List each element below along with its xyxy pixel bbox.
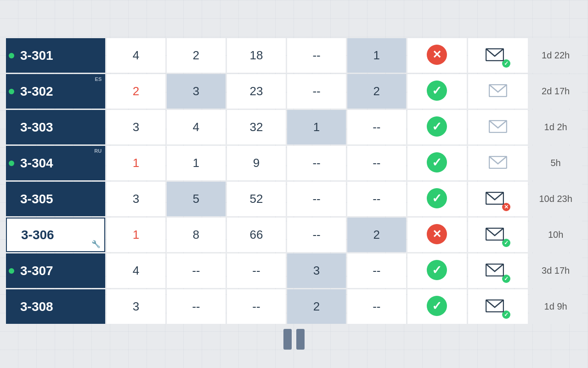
col2-cell: 3 [167,74,226,109]
mail-icon-cell[interactable] [468,110,528,144]
mail-envelope-icon [486,264,504,276]
status-icon-cell [407,74,467,109]
table-row[interactable]: 3-3074----3-- 3d 17h [6,253,582,288]
col4-cell: 1 [287,110,346,144]
room-cell[interactable]: 3-301 [6,38,105,73]
room-number: 3-306 [21,228,54,242]
status-icon-cell [407,218,467,252]
col2-cell: 4 [167,110,226,144]
col2-cell: 5 [167,182,226,216]
col4-cell: -- [287,74,346,109]
col2-cell: 8 [167,218,226,252]
room-number: 3-308 [20,299,53,314]
check-status-icon [427,80,447,101]
col5-cell: -- [347,110,406,144]
check-status-icon [427,188,447,208]
col3-cell: 9 [227,146,286,180]
mail-icon-wrap [486,228,510,241]
col4-cell: -- [287,182,346,216]
col2-cell: -- [167,289,226,324]
col5-cell: 2 [347,74,406,109]
mail-icon-cell[interactable] [468,289,528,324]
mail-icon-wrap [489,84,507,97]
room-number: 3-303 [20,120,53,134]
room-cell[interactable]: 3-304RU [6,146,105,180]
duration-cell: 5h [529,146,582,180]
col1-cell: 4 [107,253,165,288]
mail-envelope-icon [489,156,507,169]
pause-bar[interactable] [0,325,588,353]
status-icon-cell [407,110,467,144]
table-row[interactable]: 3-306🔧1866--2 10h [6,218,582,252]
col1-cell: 2 [107,74,165,109]
col3-cell: -- [227,253,286,288]
mail-icon-wrap [486,299,510,312]
room-cell[interactable]: 3-305 [6,182,105,216]
mail-envelope-icon [486,228,504,241]
room-number: 3-305 [20,192,53,206]
room-cell[interactable]: 3-303 [6,110,105,144]
mail-icon-cell[interactable] [468,74,528,109]
room-cell[interactable]: 3-306🔧 [6,218,105,252]
table-row[interactable]: 3-304RU119---- 5h [6,146,582,180]
status-dot [9,53,14,58]
col5-cell: -- [347,289,406,324]
duration-cell: 1d 9h [529,289,582,324]
check-status-icon [427,152,447,172]
col1-cell: 1 [107,218,165,252]
status-dot [9,268,14,274]
status-dot [9,161,14,166]
pause-icon-left [283,329,292,350]
mail-envelope-icon [486,299,504,312]
room-cell[interactable]: 3-307 [6,253,105,288]
status-dot [9,89,14,94]
duration-cell: 10d 23h [529,182,582,216]
col1-cell: 4 [107,38,165,73]
col4-cell: 3 [287,253,346,288]
col2-cell: 2 [167,38,226,73]
room-cell[interactable]: 3-302ES [6,74,105,109]
room-cell[interactable]: 3-308 [6,289,105,324]
mail-envelope-icon [489,120,507,133]
status-icon-cell [407,182,467,216]
mail-icon-cell[interactable] [468,218,528,252]
col3-cell: 66 [227,218,286,252]
col4-cell: -- [287,146,346,180]
col5-cell: 1 [347,38,406,73]
col5-cell: -- [347,146,406,180]
col5-cell: 2 [347,218,406,252]
status-icon-cell [407,289,467,324]
col3-cell: -- [227,289,286,324]
table-row[interactable]: 3-30334321-- 1d 2h [6,110,582,144]
table-row[interactable]: 3-3014218--1 1d 22h [6,38,582,73]
mail-envelope-icon [489,84,507,97]
status-icon-cell [407,146,467,180]
mail-icon-cell[interactable] [468,182,528,216]
col5-cell: -- [347,182,406,216]
col2-cell: -- [167,253,226,288]
mail-icon-cell[interactable] [468,253,528,288]
col3-cell: 18 [227,38,286,73]
col5-cell: -- [347,253,406,288]
room-number: 3-307 [20,264,53,278]
mail-envelope-icon [486,48,504,61]
table-row[interactable]: 3-302ES2323--2 2d 17h [6,74,582,109]
check-status-icon [427,116,447,137]
table-row[interactable]: 3-3053552---- 10d 23h [6,182,582,216]
duration-cell: 2d 17h [529,74,582,109]
col1-cell: 3 [107,289,165,324]
mail-icon-cell[interactable] [468,38,528,73]
language-badge: RU [94,148,102,154]
language-badge: ES [95,76,102,82]
mail-icon-cell[interactable] [468,146,528,180]
status-icon-cell [407,253,467,288]
duration-cell: 1d 22h [529,38,582,73]
table-row[interactable]: 3-3083----2-- 1d 9h [6,289,582,324]
check-status-icon [427,260,447,280]
col3-cell: 23 [227,74,286,109]
duration-cell: 10h [529,218,582,252]
mail-icon-wrap [489,120,507,133]
wrench-icon: 🔧 [91,240,101,248]
x-status-icon [427,224,447,244]
col4-cell: 2 [287,289,346,324]
